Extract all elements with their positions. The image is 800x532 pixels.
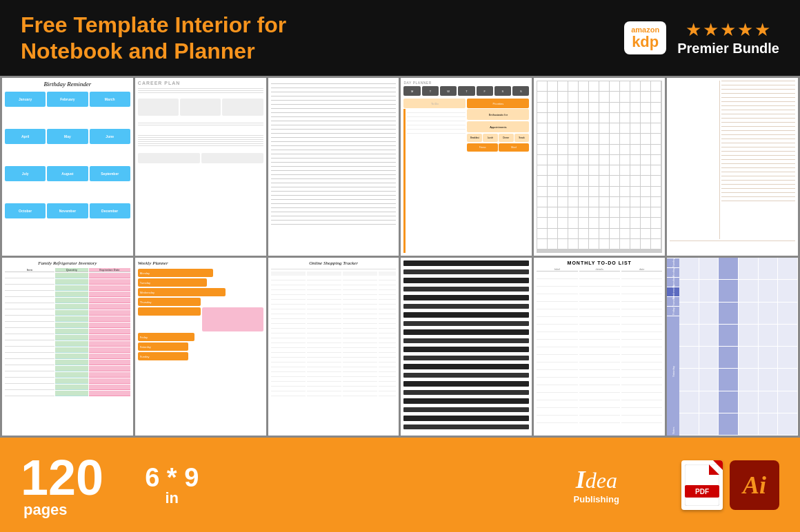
- monthly-cell: [579, 280, 620, 287]
- grid-cell: [589, 155, 599, 165]
- inv-cell-exp: [89, 316, 130, 322]
- sch-cell: [699, 347, 719, 369]
- shop-cell: [271, 349, 306, 353]
- grid-cell: [589, 145, 599, 155]
- dp-priorities: Priorities: [467, 99, 529, 108]
- stripe: [403, 347, 529, 352]
- grid-cell: [651, 81, 661, 92]
- grid-cell: [651, 187, 661, 197]
- month-jun: June: [90, 129, 130, 144]
- stripe: [403, 321, 529, 327]
- inv-cell-exp: [89, 360, 130, 365]
- monthly-row: [537, 387, 662, 393]
- grid-cell: [620, 207, 630, 218]
- grid-cell: [568, 176, 579, 186]
- inv-cell-item: [5, 378, 54, 384]
- cornell-summary: [670, 241, 795, 253]
- shop-col-store: [343, 272, 377, 276]
- inv-row: [5, 279, 130, 285]
- inv-cell-exp: [89, 329, 130, 334]
- grid-cell: [548, 207, 558, 218]
- shop-cell: [343, 335, 377, 338]
- grid-cell: [651, 155, 661, 165]
- grid-cell: [651, 218, 661, 228]
- inv-cell-item: [5, 291, 54, 297]
- cornell-line: [721, 188, 795, 189]
- grid-cell: [558, 134, 568, 144]
- career-boxes: [138, 99, 263, 116]
- grid-cell: [651, 239, 661, 249]
- inv-cell-qty: [55, 335, 88, 340]
- grid-cell: [558, 218, 568, 228]
- weekly-days: Monday Tuesday Wednesday Thursday Friday: [138, 269, 263, 433]
- lined-line: [271, 88, 397, 88]
- grid-cell: [630, 123, 641, 134]
- inv-cell-exp: [89, 372, 130, 378]
- shop-cell: [307, 306, 341, 309]
- inv-cell-item: [5, 323, 54, 328]
- grid-cell: [630, 197, 641, 207]
- sch-day-monday: Monday: [667, 267, 679, 277]
- shop-cell: [271, 345, 306, 348]
- inv-cell-exp: [89, 291, 130, 297]
- shop-cell: [307, 340, 341, 343]
- monthly-cell: [621, 409, 662, 416]
- sch-cell: [699, 325, 719, 347]
- cornell-line: [721, 118, 795, 119]
- sch-cell: [778, 325, 798, 347]
- monthly-cell: [537, 402, 577, 408]
- grid-cell: [651, 197, 661, 207]
- stripe: [403, 329, 529, 335]
- pdf-svg: PDF: [685, 464, 719, 506]
- shop-cell: [307, 345, 341, 348]
- inv-cell-qty: [55, 366, 88, 371]
- template-schedule-grid: Sunday Monday Tuesday Wednesday Thursday…: [667, 258, 798, 436]
- sch-notes: Notes: [667, 426, 679, 436]
- sch-cell: [778, 391, 798, 413]
- month-dec: December: [90, 203, 130, 218]
- lined-line: [271, 83, 397, 84]
- shop-cell: [343, 311, 377, 314]
- shop-cell: [343, 320, 377, 324]
- shop-cell: [307, 291, 341, 295]
- monthly-cell: [537, 296, 577, 302]
- month-sep: September: [90, 166, 130, 181]
- svg-marker-1: [709, 464, 719, 475]
- monthly-row: [537, 409, 662, 416]
- lined-line: [271, 216, 397, 216]
- grid-cell: [589, 165, 599, 176]
- shop-row: [271, 393, 397, 396]
- shop-cell: [307, 374, 341, 377]
- shop-cell: [379, 374, 396, 377]
- sch-cell: [759, 391, 779, 413]
- grid-cell: [579, 103, 589, 113]
- inv-row: [5, 391, 130, 396]
- grid-cell: [558, 81, 568, 92]
- shopping-header-row: [271, 272, 397, 276]
- monthly-cell: [621, 318, 662, 325]
- grid-cell: [599, 239, 610, 249]
- grid-cell: [548, 103, 558, 113]
- lined-line: [271, 121, 397, 121]
- career-line: [138, 137, 263, 138]
- shop-cell: [379, 359, 396, 362]
- grid-cell: [599, 176, 610, 186]
- sch-cell: [759, 325, 779, 347]
- cornell-line: [721, 192, 795, 193]
- shop-cell: [343, 364, 377, 367]
- weekly-bar-tue: Tuesday: [138, 278, 207, 287]
- grid-cell: [537, 134, 548, 144]
- weekly-row-tue: Tuesday: [138, 278, 263, 287]
- shop-cell: [343, 388, 377, 391]
- dp-days-row: M T W T F S S: [403, 86, 529, 96]
- shop-row: [271, 282, 397, 285]
- grid-cell: [579, 134, 589, 144]
- dp-day: W: [440, 86, 457, 96]
- shop-cell: [307, 277, 341, 280]
- grid-cell: [630, 145, 641, 155]
- inv-cell-item: [5, 285, 54, 291]
- inv-cell-qty: [55, 291, 88, 297]
- month-mar: March: [90, 92, 130, 107]
- shopping-divider: [271, 269, 397, 269]
- lined-line: [271, 125, 397, 125]
